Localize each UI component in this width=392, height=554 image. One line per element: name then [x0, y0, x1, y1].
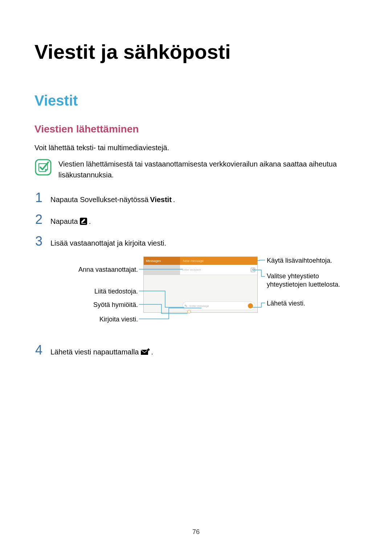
mock-recipient-placeholder: Enter recipient: [182, 268, 201, 271]
mock-input-bar: ✎ Enter message: [182, 301, 255, 310]
callout-label: Syötä hymiöitä.: [56, 301, 138, 309]
step-text-post: .: [151, 346, 154, 357]
step-body: Napauta Sovellukset-näytössä Viestit.: [50, 194, 175, 205]
step-body: Napauta .: [50, 216, 91, 227]
attach-icon: ✎: [184, 304, 187, 308]
step-text-post: .: [173, 194, 175, 205]
mock-recipient-row: Enter recipient: [144, 265, 257, 275]
step-number: 4: [34, 344, 43, 357]
mock-header: Messages New message: [144, 257, 257, 265]
step-number: 3: [34, 235, 43, 248]
callout-label: Liitä tiedostoja.: [56, 287, 138, 296]
mock-recipient-field: Enter recipient: [180, 265, 257, 275]
steps-list-continued: 4 Lähetä viesti napauttamalla .: [34, 344, 358, 357]
mock-screenshot: Messages New message Enter recipient ✎ E…: [143, 257, 258, 313]
step-item: 2 Napauta .: [34, 213, 358, 227]
send-button-icon: [248, 303, 253, 308]
step-number: 1: [34, 191, 43, 204]
mock-body: [144, 275, 257, 300]
note-block: Viestien lähettämisestä tai vastaanottam…: [34, 159, 358, 180]
step-text: Lisää vastaanottajat ja kirjoita viesti.: [50, 238, 166, 249]
mock-header-title: New message: [180, 259, 257, 263]
page-title: Viestit ja sähköposti: [34, 40, 358, 63]
step-item: 1 Napauta Sovellukset-näytössä Viestit.: [34, 191, 358, 205]
callout-label: Kirjoita viesti.: [56, 315, 138, 324]
emoji-icon: [187, 310, 191, 313]
step-text: Lähetä viesti napauttamalla: [50, 346, 139, 357]
section-title: Viestit: [34, 93, 358, 109]
mock-sidebar-placeholder: [144, 265, 180, 275]
step-text: Napauta: [50, 216, 78, 227]
callout-label: Käytä lisävaihtoehtoja.: [267, 257, 347, 265]
intro-paragraph: Voit lähettää teksti- tai multimediavies…: [34, 142, 358, 153]
note-icon: [34, 159, 52, 176]
steps-list: 1 Napauta Sovellukset-näytössä Viestit. …: [34, 191, 358, 249]
note-text: Viestien lähettämisestä tai vastaanottam…: [58, 159, 358, 180]
step-body: Lisää vastaanottajat ja kirjoita viesti.: [50, 238, 166, 249]
annotated-figure: Messages New message Enter recipient ✎ E…: [56, 257, 325, 333]
step-body: Lähetä viesti napauttamalla .: [50, 346, 153, 357]
page-number: 76: [0, 528, 392, 536]
contact-picker-icon: [251, 268, 255, 272]
mock-input-placeholder: Enter message: [189, 304, 246, 308]
callout-label: Anna vastaanottajat.: [56, 266, 138, 274]
subsection-title: Viestien lähettäminen: [34, 123, 358, 135]
step-text-post: .: [89, 216, 91, 227]
step-bold: Viestit: [150, 194, 172, 205]
compose-icon: [79, 217, 87, 225]
step-text: Napauta Sovellukset-näytössä: [50, 194, 148, 205]
step-item: 3 Lisää vastaanottajat ja kirjoita viest…: [34, 235, 358, 249]
mock-header-tab: Messages: [144, 257, 180, 265]
step-item: 4 Lähetä viesti napauttamalla .: [34, 344, 358, 357]
send-icon: [140, 348, 150, 356]
callout-label: Valitse yhteystieto yhteystietojen luett…: [267, 272, 347, 289]
step-number: 2: [34, 213, 43, 226]
callout-label: Lähetä viesti.: [267, 299, 347, 308]
